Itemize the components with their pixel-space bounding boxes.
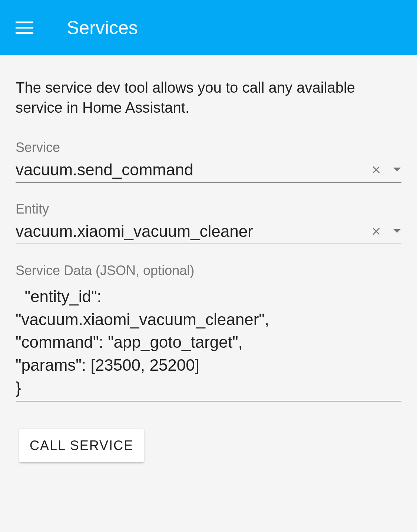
chevron-down-icon[interactable]: [393, 167, 401, 173]
intro-text: The service dev tool allows you to call …: [16, 77, 401, 118]
entity-input[interactable]: [16, 222, 370, 241]
entity-field: Entity: [16, 201, 401, 244]
service-data-input[interactable]: [16, 285, 401, 402]
chevron-down-icon[interactable]: [393, 228, 401, 234]
service-data-field: Service Data (JSON, optional): [16, 263, 401, 403]
entity-input-row: [16, 220, 401, 244]
menu-icon[interactable]: [16, 19, 33, 37]
app-header: Services: [0, 0, 417, 55]
service-input[interactable]: [16, 161, 370, 179]
call-service-button[interactable]: CALL SERVICE: [19, 429, 144, 462]
service-label: Service: [16, 140, 401, 155]
clear-icon[interactable]: [370, 164, 382, 176]
entity-label: Entity: [16, 201, 401, 217]
service-field: Service: [16, 140, 401, 183]
content-area: The service dev tool allows you to call …: [0, 55, 417, 462]
clear-icon[interactable]: [370, 225, 382, 237]
service-input-row: [16, 158, 401, 183]
page-title: Services: [67, 17, 138, 39]
service-data-label: Service Data (JSON, optional): [16, 263, 401, 278]
